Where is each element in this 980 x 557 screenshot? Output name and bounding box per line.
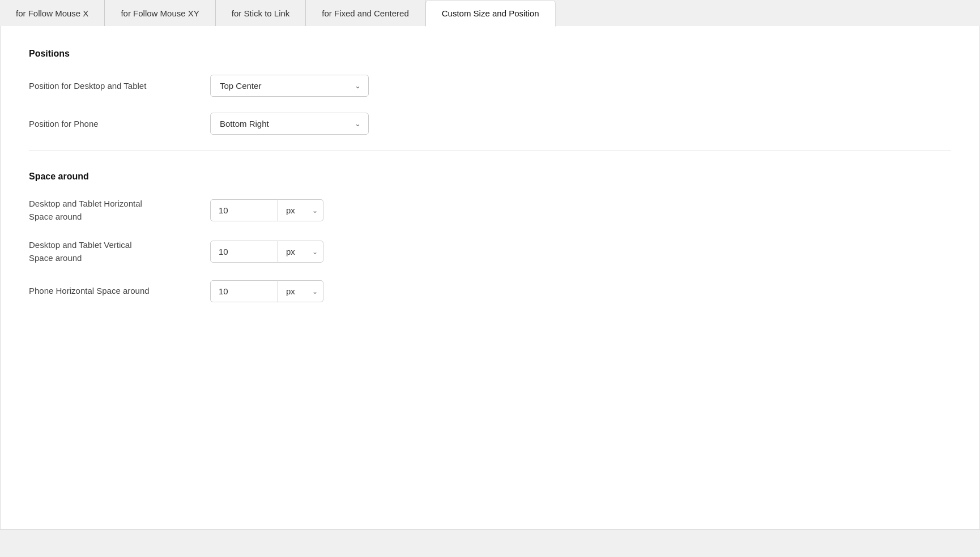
desktop-vertical-space-input-group: px % em rem ⌄: [210, 241, 323, 263]
phone-horizontal-space-input[interactable]: [210, 280, 278, 302]
desktop-tablet-position-select-wrapper: Top Left Top Center Top Right Bottom Lef…: [210, 75, 369, 97]
desktop-horizontal-space-row: Desktop and Tablet Horizontal Space arou…: [29, 198, 951, 223]
desktop-vertical-space-input[interactable]: [210, 241, 278, 263]
desktop-tablet-position-label: Position for Desktop and Tablet: [29, 81, 210, 91]
phone-position-row: Position for Phone Top Left Top Center T…: [29, 113, 951, 135]
space-around-section: Space around Desktop and Tablet Horizont…: [29, 172, 951, 302]
space-around-title: Space around: [29, 172, 951, 182]
phone-horizontal-space-row: Phone Horizontal Space around px % em re…: [29, 280, 951, 302]
phone-horizontal-unit-select[interactable]: px % em rem: [278, 280, 323, 302]
section-divider: [29, 151, 951, 151]
phone-horizontal-space-input-group: px % em rem ⌄: [210, 280, 323, 302]
tabs-bar: for Follow Mouse X for Follow Mouse XY f…: [0, 0, 980, 26]
desktop-horizontal-unit-select[interactable]: px % em rem: [278, 199, 323, 221]
tab-follow-mouse-xy[interactable]: for Follow Mouse XY: [105, 0, 215, 26]
positions-title: Positions: [29, 49, 951, 59]
tab-custom-size-position[interactable]: Custom Size and Position: [425, 0, 556, 27]
desktop-tablet-position-row: Position for Desktop and Tablet Top Left…: [29, 75, 951, 97]
desktop-vertical-space-label: Desktop and Tablet Vertical Space around: [29, 239, 210, 264]
phone-horizontal-unit-wrapper: px % em rem ⌄: [278, 280, 323, 302]
desktop-horizontal-space-input[interactable]: [210, 199, 278, 221]
tab-follow-mouse-x[interactable]: for Follow Mouse X: [0, 0, 105, 26]
desktop-horizontal-space-label: Desktop and Tablet Horizontal Space arou…: [29, 198, 210, 223]
phone-position-select-wrapper: Top Left Top Center Top Right Bottom Lef…: [210, 113, 369, 135]
desktop-vertical-unit-wrapper: px % em rem ⌄: [278, 241, 323, 263]
phone-horizontal-space-label: Phone Horizontal Space around: [29, 285, 210, 298]
tab-stick-to-link[interactable]: for Stick to Link: [216, 0, 306, 26]
positions-section: Positions Position for Desktop and Table…: [29, 49, 951, 135]
phone-position-select[interactable]: Top Left Top Center Top Right Bottom Lef…: [210, 113, 369, 135]
desktop-horizontal-unit-wrapper: px % em rem ⌄: [278, 199, 323, 221]
phone-position-label: Position for Phone: [29, 119, 210, 128]
desktop-vertical-unit-select[interactable]: px % em rem: [278, 241, 323, 263]
desktop-horizontal-space-input-group: px % em rem ⌄: [210, 199, 323, 221]
desktop-vertical-space-row: Desktop and Tablet Vertical Space around…: [29, 239, 951, 264]
content-panel: Positions Position for Desktop and Table…: [0, 26, 980, 530]
desktop-tablet-position-select[interactable]: Top Left Top Center Top Right Bottom Lef…: [210, 75, 369, 97]
tab-fixed-and-centered[interactable]: for Fixed and Centered: [306, 0, 425, 26]
